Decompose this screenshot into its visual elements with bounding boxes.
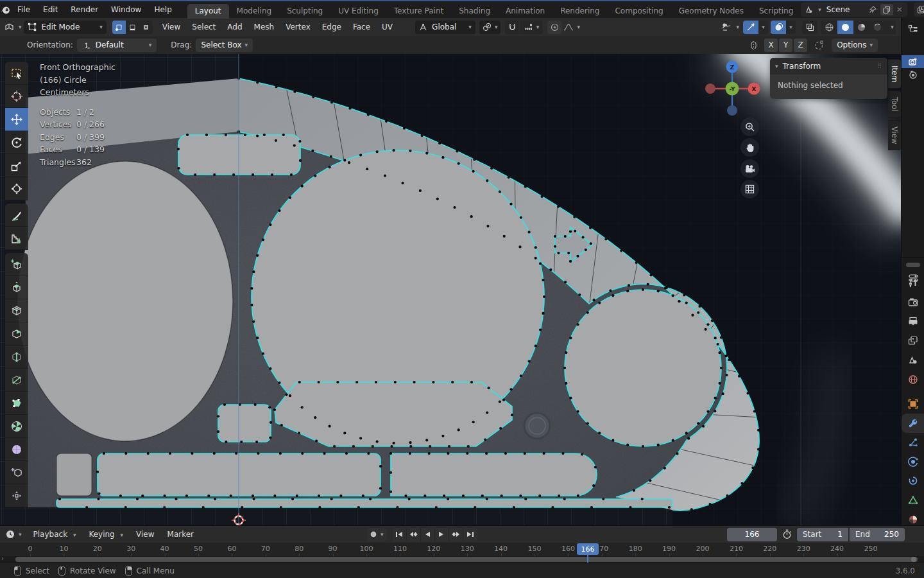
timeline-editor-button[interactable]: ▾ bbox=[5, 529, 22, 539]
blender-logo-icon[interactable] bbox=[0, 4, 11, 15]
scrollbar-knob[interactable] bbox=[911, 557, 916, 562]
properties-tab-particles[interactable] bbox=[902, 433, 924, 452]
mirror-axis-y[interactable]: Y bbox=[779, 39, 792, 52]
viewlayer-selector[interactable]: ▾ ViewLayer ✕ bbox=[914, 3, 924, 17]
tool-bevel[interactable] bbox=[5, 322, 28, 346]
proportional-edit-toggle[interactable] bbox=[547, 21, 561, 34]
overlays-dropdown[interactable]: ▾ bbox=[786, 21, 796, 34]
show-gizmos-toggle[interactable] bbox=[743, 21, 758, 34]
workspace-tab-shading[interactable]: Shading bbox=[451, 4, 498, 19]
workspace-tab-animation[interactable]: Animation bbox=[498, 4, 552, 19]
tool-spin[interactable] bbox=[5, 415, 28, 438]
drag-mode-selector[interactable]: Select Box ▾ bbox=[196, 39, 253, 52]
show-overlays-toggle[interactable] bbox=[771, 21, 786, 34]
options-dropdown[interactable]: Options ▾ bbox=[832, 39, 878, 52]
playhead-badge[interactable]: 166 bbox=[577, 543, 599, 555]
tool-scale[interactable] bbox=[5, 154, 28, 177]
menu-render[interactable]: Render bbox=[64, 2, 105, 17]
viewport-menu-vertex[interactable]: Vertex bbox=[280, 20, 316, 34]
edge-select-button[interactable] bbox=[126, 21, 139, 34]
frame-end-field[interactable]: End250 bbox=[850, 528, 905, 541]
next-keyframe-button[interactable] bbox=[449, 528, 463, 541]
properties-tab-output[interactable] bbox=[902, 312, 924, 331]
menu-help[interactable]: Help bbox=[148, 2, 178, 17]
wireframe-shading-button[interactable] bbox=[821, 21, 837, 34]
tool-smooth[interactable] bbox=[5, 438, 28, 461]
properties-tab-object-data[interactable] bbox=[902, 491, 924, 510]
viewport-menu-uv[interactable]: UV bbox=[376, 20, 398, 34]
properties-tab-view-layer[interactable] bbox=[902, 331, 924, 351]
tool-measure[interactable] bbox=[5, 227, 28, 250]
panel-grip-icon[interactable]: ⠿ bbox=[877, 63, 882, 69]
outliner-object-camera[interactable] bbox=[902, 68, 924, 81]
timeline-menu-playback[interactable]: Playback ▾ bbox=[27, 527, 83, 542]
frame-start-field[interactable]: Start1 bbox=[797, 528, 848, 541]
pin-icon[interactable] bbox=[866, 4, 879, 15]
timeline-menu-marker[interactable]: Marker bbox=[161, 527, 200, 542]
workspace-tab-sculpting[interactable]: Sculpting bbox=[279, 4, 330, 19]
shading-dropdown[interactable]: ▾ bbox=[886, 21, 896, 34]
tool-orientation-selector[interactable]: Default ▾ bbox=[77, 39, 157, 52]
region-expand-icon[interactable]: › bbox=[1, 555, 4, 562]
properties-tab-modifiers[interactable] bbox=[902, 414, 924, 433]
viewport-menu-face[interactable]: Face bbox=[347, 20, 376, 34]
tool-poly-build[interactable] bbox=[5, 392, 28, 415]
sidebar-tab-tool[interactable]: Tool bbox=[888, 91, 902, 118]
properties-tab-physics[interactable] bbox=[902, 452, 924, 471]
show-gizmo-visibility[interactable]: ▾ bbox=[721, 22, 739, 32]
current-frame-field[interactable]: 166 bbox=[727, 528, 777, 541]
material-preview-button[interactable] bbox=[853, 21, 869, 34]
viewport-menu-edge[interactable]: Edge bbox=[316, 20, 347, 34]
menu-window[interactable]: Window bbox=[105, 2, 148, 17]
pan-hand-button[interactable] bbox=[740, 138, 759, 157]
tool-extrude-region[interactable] bbox=[5, 276, 28, 299]
workspace-tab-texture-paint[interactable]: Texture Paint bbox=[386, 4, 451, 19]
workspace-tab-modeling[interactable]: Modeling bbox=[229, 4, 280, 19]
tool-knife[interactable] bbox=[5, 369, 28, 392]
snap-falloff-icon[interactable] bbox=[814, 40, 824, 50]
tool-select-box[interactable] bbox=[5, 62, 28, 85]
gizmo-axis-negz[interactable] bbox=[727, 105, 737, 116]
viewport-menu-mesh[interactable]: Mesh bbox=[248, 20, 280, 34]
use-preview-range-icon[interactable] bbox=[782, 529, 792, 539]
jump-to-start-button[interactable] bbox=[393, 528, 407, 541]
tool-inset-faces[interactable] bbox=[5, 299, 28, 322]
outliner-object-selected[interactable] bbox=[902, 55, 924, 68]
toggle-ortho-button[interactable] bbox=[740, 180, 759, 198]
scene-selector[interactable]: ▾ Scene ✕ bbox=[801, 3, 907, 17]
viewport-menu-select[interactable]: Select bbox=[186, 20, 221, 34]
timeline-scrollbar[interactable] bbox=[15, 557, 918, 562]
jump-to-end-button[interactable] bbox=[463, 528, 477, 541]
mirror-axis-x[interactable]: X bbox=[764, 39, 778, 52]
navigation-gizmo[interactable]: Z X -Y bbox=[703, 60, 761, 118]
zoom-button[interactable] bbox=[740, 118, 759, 136]
workspace-tab-scripting[interactable]: Scripting bbox=[751, 4, 801, 19]
transform-panel-header[interactable]: ▾ Transform ⠿ bbox=[770, 58, 887, 74]
snap-target-selector[interactable]: ▾ bbox=[520, 21, 543, 34]
tool-annotate[interactable] bbox=[5, 204, 28, 227]
properties-tab-world[interactable] bbox=[902, 370, 924, 389]
vertex-select-button[interactable] bbox=[112, 21, 126, 34]
viewport-menu-view[interactable]: View bbox=[157, 20, 186, 34]
tool-move[interactable] bbox=[5, 108, 28, 131]
properties-tab-tool[interactable] bbox=[902, 274, 924, 293]
pivot-point-selector[interactable]: ▾ bbox=[479, 21, 501, 34]
tool-transform[interactable] bbox=[5, 177, 28, 200]
timeline-menu-view[interactable]: View bbox=[130, 527, 160, 542]
viewport-canvas[interactable] bbox=[0, 54, 901, 525]
solid-shading-button[interactable] bbox=[837, 21, 853, 34]
viewport-menu-add[interactable]: Add bbox=[221, 20, 248, 34]
workspace-tab-layout[interactable]: Layout bbox=[187, 4, 229, 19]
properties-tab-object[interactable] bbox=[902, 394, 924, 414]
mirror-axis-z[interactable]: Z bbox=[794, 39, 807, 52]
snap-toggle[interactable] bbox=[505, 21, 519, 34]
workspace-tab-compositing[interactable]: Compositing bbox=[607, 4, 671, 19]
properties-tab-render[interactable] bbox=[902, 293, 924, 312]
region-scrollbar[interactable] bbox=[906, 263, 920, 267]
camera-view-button[interactable] bbox=[740, 159, 759, 178]
properties-tab-constraints[interactable] bbox=[902, 471, 924, 491]
editor-type-button[interactable]: ▾ bbox=[4, 22, 22, 32]
sidebar-tab-view[interactable]: View bbox=[888, 120, 902, 150]
mode-selector[interactable]: Edit Mode ▾ bbox=[24, 21, 107, 34]
outliner-editor-icon[interactable] bbox=[902, 21, 924, 37]
